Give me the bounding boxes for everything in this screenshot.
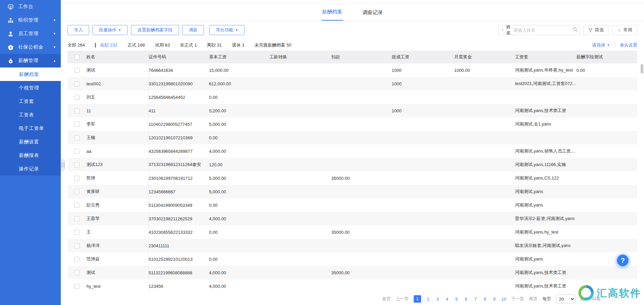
sidebar-subitem-5[interactable]: 薪酬设置 <box>0 135 61 148</box>
row-checkbox[interactable] <box>74 162 79 167</box>
toolbar-button-4[interactable]: 导出功能▼ <box>209 25 244 35</box>
status-filter-6[interactable]: 退休 1 <box>232 42 244 48</box>
row-checkbox[interactable] <box>74 243 79 248</box>
cell-姓名: 杨洋洋 <box>86 239 149 252</box>
pagination-prev[interactable]: 上一页 <box>396 296 409 302</box>
table-row[interactable]: 李军1104021980052774575,000.00河南测试,去1,yans <box>68 117 637 131</box>
funnel-icon <box>588 28 593 32</box>
toolbar-buttons: 导入批量操作▼设置薪酬档案字段调薪导出功能▼ <box>68 25 248 35</box>
sidebar-collapse-handle[interactable] <box>61 159 65 171</box>
row-checkbox[interactable] <box>74 284 79 289</box>
status-filter-4[interactable]: 非正式 1 <box>180 42 197 48</box>
row-checkbox[interactable] <box>74 108 79 113</box>
row-checkbox[interactable] <box>74 135 79 140</box>
pagination-page-7[interactable]: 7 <box>473 297 478 302</box>
scrollbar-thumb[interactable] <box>641 64 643 74</box>
sidebar-subitem-0[interactable]: 薪酬档案 <box>0 67 61 81</box>
toolbar-button-0[interactable]: 导入 <box>68 25 89 35</box>
sidebar-subitem-3[interactable]: 工资表 <box>0 108 61 121</box>
table-row[interactable]: 王楠1201021991072103690.00 <box>68 131 637 144</box>
status-filter-7[interactable]: 未完善薪酬档案 50 <box>255 42 291 48</box>
pagination-page-6[interactable]: 6 <box>464 297 468 302</box>
filter-button[interactable]: 筛选 <box>583 25 609 35</box>
toolbar-button-label: 批量操作 <box>99 27 117 33</box>
table-row[interactable]: test002330123199801020090612,000.001000t… <box>68 77 637 90</box>
help-button[interactable]: ? <box>616 254 629 267</box>
table-row[interactable]: 测试764664163415,000.0010001000.00河南测试,yan… <box>68 63 637 77</box>
header-settings-link[interactable]: 表头设置 <box>620 42 637 48</box>
table-row[interactable]: 彭云秀5113041990090533490.00河南测试,yans <box>68 198 637 212</box>
row-checkbox[interactable] <box>74 122 79 127</box>
pagination-page-5[interactable]: 5 <box>454 297 459 302</box>
status-filter-2[interactable]: 正式 168 <box>128 42 145 48</box>
toolbar-button-1[interactable]: 批量操作▼ <box>93 25 128 35</box>
cell-月度奖金 <box>454 117 515 131</box>
cell-姓名: 邢博 <box>86 171 149 185</box>
pagination-page-8[interactable]: 8 <box>483 297 487 302</box>
search-input[interactable] <box>513 28 573 33</box>
cell-证件号码: 123456 <box>149 279 209 293</box>
status-filter-0[interactable]: 全部 264 <box>68 42 85 48</box>
chevron-down-icon[interactable]: ▼ <box>501 29 504 32</box>
sidebar-item-2[interactable]: 员工管理▼ <box>0 27 61 40</box>
row-checkbox[interactable] <box>74 176 79 181</box>
table-row[interactable]: 刘五1256456464544520.00 <box>68 90 637 104</box>
pagination-page-2[interactable]: 2 <box>426 297 431 302</box>
sidebar-item-salary-management[interactable]: ¥ 薪酬管理 ▲ <box>0 54 61 67</box>
sidebar-subitem-4[interactable]: 电子工资单 <box>0 121 61 135</box>
row-checkbox[interactable] <box>74 203 79 208</box>
per-page-select[interactable]: 20 <box>556 295 575 303</box>
table-row[interactable]: 王4102306556221333320.0035000.00河南测试,yans… <box>68 225 637 239</box>
sidebar-subitem-6[interactable]: 薪酬报表 <box>0 148 61 162</box>
table-row[interactable]: hy_test1234564,000.00河南测试,yans,技术类工资 <box>68 279 637 293</box>
sidebar-item-3[interactable]: ¥社保公积金▼ <box>0 40 61 54</box>
sidebar-item-0[interactable]: 工作台 <box>0 0 61 13</box>
select-all-checkbox[interactable] <box>74 55 79 60</box>
row-checkbox[interactable] <box>74 216 79 221</box>
row-checkbox[interactable] <box>74 149 79 154</box>
table-row[interactable]: 测试123371323196812311264泰安120.00河南测试,yans… <box>68 158 637 171</box>
row-checkbox-cell <box>68 90 86 104</box>
table-row[interactable]: 114115,200.001000河南测试,yans,技术类工资 <box>68 104 637 117</box>
please-select-dropdown[interactable]: 请选择 ▼ <box>592 42 610 48</box>
cell-提成工资: 1000 <box>392 77 454 90</box>
row-checkbox[interactable] <box>74 257 79 262</box>
sidebar-subitem-7[interactable]: 操作记录 <box>0 162 61 175</box>
sidebar-subitem-1[interactable]: 个税管理 <box>0 81 61 94</box>
row-checkbox[interactable] <box>74 230 79 235</box>
row-checkbox[interactable] <box>74 95 79 100</box>
table-row[interactable]: aa4325639658442698774,000.00河南测试,yans,销售… <box>68 144 637 158</box>
cell-工龄转换 <box>269 63 331 77</box>
pagination-last[interactable]: 尾页 <box>529 296 538 302</box>
pagination-page-10[interactable]: 10 <box>501 297 506 302</box>
row-checkbox[interactable] <box>74 270 79 275</box>
vertical-scrollbar[interactable] <box>641 64 643 290</box>
row-checkbox[interactable] <box>74 68 79 73</box>
sidebar-item-1[interactable]: 组织管理▼ <box>0 13 61 27</box>
pagination-next[interactable]: 下一页 <box>511 296 524 302</box>
table-row[interactable]: 测试5113221996080888884,000.0035000.00河南测试… <box>68 266 637 279</box>
status-filter-1[interactable]: 在职 232 <box>95 42 117 48</box>
pagination-page-9[interactable]: 9 <box>492 297 497 302</box>
toolbar-button-3[interactable]: 调薪 <box>182 25 204 35</box>
pagination-page-3[interactable]: 3 <box>435 297 440 302</box>
status-filter-5[interactable]: 离职 31 <box>207 42 222 48</box>
table-row[interactable]: 杨洋洋230411111聪友演示账套,河南测试,yans <box>68 239 637 252</box>
pagination-first[interactable]: 首页 <box>382 296 391 302</box>
favorite-button[interactable]: ☆ 常用 <box>612 25 637 35</box>
row-checkbox[interactable] <box>74 81 79 86</box>
toolbar-button-2[interactable]: 设置薪酬档案字段 <box>131 25 179 35</box>
sidebar-subitem-2[interactable]: 工资套 <box>0 94 61 108</box>
table-row[interactable]: 邢博2301061997081917125,000.0035000.00河南测试… <box>68 171 637 185</box>
table-row[interactable]: 王蓉琴3703021982112625294,000.00普华演示2-薪资,河南… <box>68 212 637 225</box>
pagination-page-1[interactable]: 1 <box>414 295 421 303</box>
status-filter-3[interactable]: 试用 63 <box>155 42 170 48</box>
tab-0[interactable]: 薪酬档案 <box>321 9 343 21</box>
row-checkbox[interactable] <box>74 189 79 194</box>
tab-1[interactable]: 调薪记录 <box>362 9 384 21</box>
table-row[interactable]: 范博焱5101251992101200130.00河南测试,yans <box>68 252 637 266</box>
table-row[interactable]: 黄家研123456666675,000.00河南测试,yans <box>68 185 637 198</box>
pagination-page-4[interactable]: 4 <box>445 297 449 302</box>
search-field-selector[interactable]: 姓名 <box>506 24 511 36</box>
search-icon[interactable] <box>573 27 578 33</box>
